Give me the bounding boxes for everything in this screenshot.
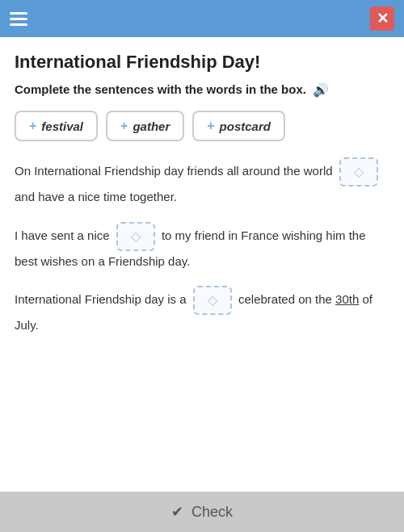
check-label: Check: [191, 504, 233, 521]
diamond-icon-2: ◇: [131, 225, 141, 247]
sentences-area: On International Friendship day friends …: [15, 157, 389, 336]
word-label-festival: festival: [41, 119, 83, 133]
sentence-2-part1: I have sent a nice: [15, 228, 110, 242]
close-button[interactable]: ✕: [370, 6, 394, 31]
word-label-postcard: postcard: [220, 119, 271, 133]
diamond-icon-1: ◇: [354, 161, 364, 183]
sentence-1: On International Friendship day friends …: [15, 157, 389, 207]
menu-button[interactable]: [10, 12, 27, 26]
instruction-text: Complete the sentences with the words in…: [15, 81, 389, 99]
sentence-2: I have sent a nice ◇ to my friend in Fra…: [15, 222, 389, 272]
plus-icon-gather: +: [120, 119, 128, 133]
drop-box-1[interactable]: ◇: [339, 157, 378, 186]
date-text: 30th: [335, 292, 359, 306]
sentence-1-part1: On International Friendship day friends …: [15, 164, 333, 178]
word-card-gather[interactable]: + gather: [106, 111, 184, 141]
word-card-postcard[interactable]: + postcard: [192, 111, 285, 141]
diamond-icon-3: ◇: [208, 290, 217, 312]
sentence-3-part1: International Friendship day is a: [15, 292, 187, 306]
word-label-gather: gather: [133, 119, 170, 133]
plus-icon-festival: +: [29, 119, 36, 133]
check-icon: ✔: [171, 503, 183, 521]
page-title: International Friendship Day!: [0, 37, 404, 81]
check-bar: ✔ Check: [0, 492, 404, 532]
plus-icon-postcard: +: [207, 119, 214, 133]
speaker-icon[interactable]: 🔊: [313, 82, 329, 99]
main-content: Complete the sentences with the words in…: [0, 81, 404, 365]
drop-box-2[interactable]: ◇: [116, 222, 155, 251]
instruction-label: Complete the sentences with the words in…: [15, 82, 306, 96]
drop-box-3[interactable]: ◇: [193, 286, 232, 315]
sentence-1-part2: and have a nice time together.: [15, 190, 177, 203]
word-bank: + festival + gather + postcard: [15, 111, 389, 141]
sentence-3: International Friendship day is a ◇ cele…: [15, 286, 389, 336]
word-card-festival[interactable]: + festival: [15, 111, 98, 141]
header-bar: ✕: [0, 0, 404, 37]
